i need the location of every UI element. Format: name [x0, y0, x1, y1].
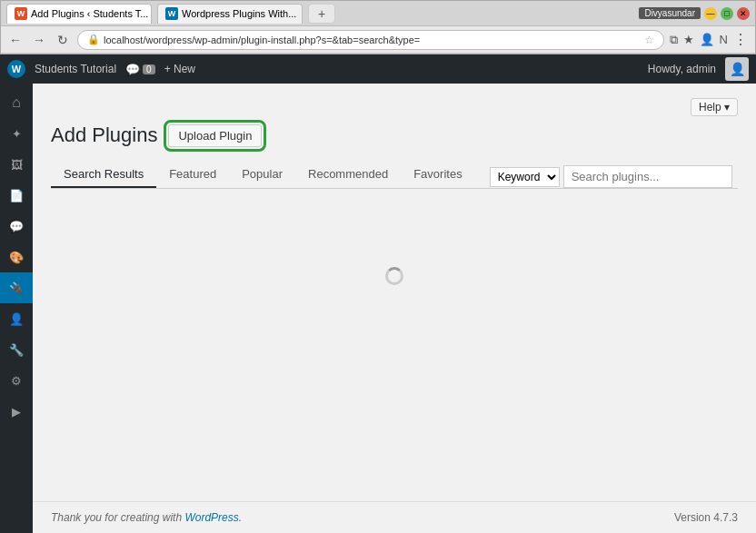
new-label: + New — [164, 63, 195, 75]
tab-featured[interactable]: Featured — [156, 162, 229, 188]
pages-icon: 📄 — [9, 189, 24, 202]
footer-thank-you: Thank you for creating with — [51, 511, 184, 524]
admin-bar-howdy: Howdy, admin — [648, 63, 716, 75]
admin-bar-comments[interactable]: 💬 0 — [125, 63, 155, 76]
url-text: localhost/wordpress/wp-admin/plugin-inst… — [104, 35, 641, 45]
version-text: Version 4.7.3 — [674, 511, 738, 524]
address-bar[interactable]: 🔒 localhost/wordpress/wp-admin/plugin-in… — [77, 30, 664, 50]
browser-tab-1[interactable]: W Add Plugins ‹ Students T... ✕ — [6, 4, 152, 24]
tab-favicon-1: W — [15, 7, 27, 20]
minimize-button[interactable]: — — [704, 7, 717, 20]
comment-icon: 💬 — [125, 63, 140, 76]
page-footer: Thank you for creating with WordPress. V… — [33, 501, 756, 533]
lock-icon: 🔒 — [87, 34, 100, 45]
extensions-icon[interactable]: ⧉ — [670, 33, 678, 47]
menu-button[interactable]: ⋮ — [733, 31, 750, 48]
tab-search-results[interactable]: Search Results — [51, 162, 156, 188]
avatar-icon: 👤 — [730, 62, 745, 76]
appearance-icon: 🎨 — [9, 251, 24, 264]
search-input[interactable] — [563, 165, 732, 188]
maximize-button[interactable]: □ — [721, 7, 733, 20]
dashboard-icon: ⌂ — [12, 94, 21, 111]
admin-bar-site[interactable]: Students Tutorial — [35, 63, 116, 75]
wordpress-link[interactable]: WordPress. — [184, 511, 242, 524]
site-name: Students Tutorial — [35, 63, 116, 75]
content-area: Help ▾ Add Plugins Upload Plugin Search … — [33, 84, 756, 533]
user-tag: Divyasundar — [639, 7, 701, 19]
tab-favicon-2: W — [165, 7, 178, 20]
loading-spinner — [385, 267, 403, 285]
tab-favorites[interactable]: Favorites — [401, 162, 474, 188]
admin-avatar: 👤 — [725, 57, 749, 81]
browser-tab-2[interactable]: W Wordpress Plugins With... ✕ — [157, 4, 303, 24]
tab-popular[interactable]: Popular — [229, 162, 295, 188]
wp-admin-bar: W Students Tutorial 💬 0 + New Howdy, adm… — [0, 54, 756, 84]
sidebar-item-comments[interactable]: 💬 — [0, 211, 33, 242]
sidebar-item-appearance[interactable]: 🎨 — [0, 242, 33, 272]
profile-icon[interactable]: 👤 — [700, 33, 714, 46]
help-button[interactable]: Help ▾ — [691, 98, 738, 116]
tab-close-2[interactable]: ✕ — [302, 7, 303, 20]
admin-bar-new[interactable]: + New — [164, 63, 195, 75]
media-player-icon: ▶ — [12, 405, 21, 419]
sidebar-item-dashboard[interactable]: ⌂ — [0, 87, 33, 118]
wp-logo: W — [7, 60, 25, 78]
tools-icon: 🔧 — [9, 343, 24, 357]
sidebar-item-posts[interactable]: ✦ — [0, 118, 33, 149]
page-title: Add Plugins — [51, 123, 157, 147]
forward-button[interactable]: → — [30, 31, 48, 49]
sidebar-item-users[interactable]: 👤 — [0, 303, 33, 334]
posts-icon: ✦ — [12, 127, 22, 141]
sidebar-item-settings[interactable]: ⚙ — [0, 365, 33, 396]
sidebar-item-media-player[interactable]: ▶ — [0, 396, 33, 427]
new-tab-icon: + — [318, 6, 325, 21]
loading-area — [51, 203, 738, 349]
translate-icon[interactable]: N — [720, 33, 728, 46]
comment-count: 0 — [143, 64, 155, 74]
search-type-select[interactable]: Keyword Author Tag — [490, 167, 560, 187]
new-tab-button[interactable]: + — [308, 4, 335, 24]
footer-text: Thank you for creating with WordPress. — [51, 511, 242, 524]
sidebar: ⌂ ✦ 🖼 📄 💬 🎨 🔌 👤 🔧 ⚙ ▶ — [0, 84, 33, 533]
tab-label-1: Add Plugins ‹ Students T... — [31, 8, 148, 19]
plugins-icon: 🔌 — [9, 281, 24, 295]
refresh-button[interactable]: ↻ — [54, 31, 72, 49]
settings-icon: ⚙ — [11, 374, 22, 388]
tab-label-2: Wordpress Plugins With... — [182, 8, 296, 19]
back-button[interactable]: ← — [6, 31, 25, 49]
sidebar-item-media[interactable]: 🖼 — [0, 149, 33, 180]
sidebar-item-pages[interactable]: 📄 — [0, 180, 33, 211]
sidebar-item-plugins[interactable]: 🔌 — [0, 272, 33, 303]
media-icon: 🖼 — [11, 158, 23, 172]
upload-plugin-button[interactable]: Upload Plugin — [168, 124, 262, 147]
tabs-row: Search Results Featured Popular Recommen… — [51, 162, 738, 188]
comments-icon: 💬 — [9, 220, 24, 233]
sidebar-item-tools[interactable]: 🔧 — [0, 334, 33, 365]
bookmarks-icon[interactable]: ★ — [683, 33, 694, 46]
star-icon[interactable]: ☆ — [644, 34, 654, 46]
close-button[interactable]: ✕ — [737, 7, 750, 20]
users-icon: 👤 — [9, 312, 24, 326]
tab-recommended[interactable]: Recommended — [295, 162, 401, 188]
